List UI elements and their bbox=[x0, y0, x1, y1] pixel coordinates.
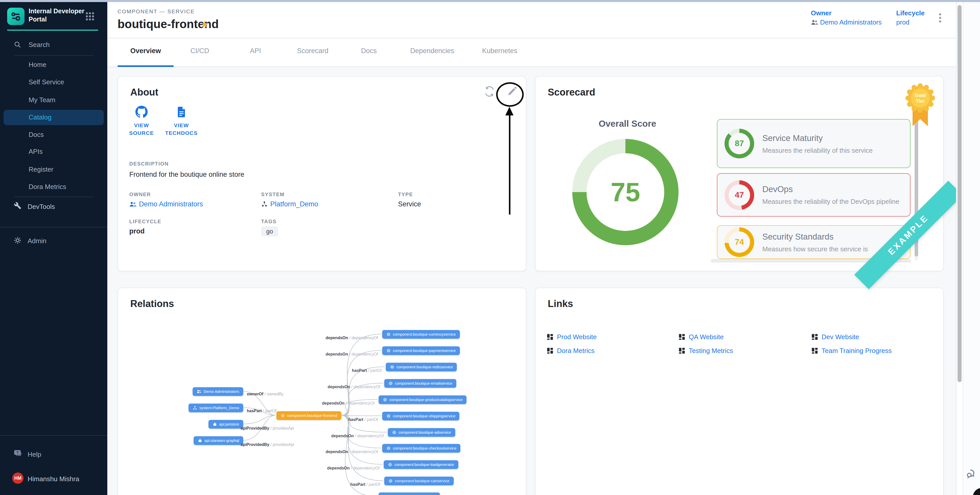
about-card: About VIEW SO bbox=[118, 76, 526, 271]
scorecard-scrollbar-thumb[interactable] bbox=[915, 110, 918, 256]
edge-label: dependsOn / dependencyOf bbox=[307, 434, 384, 438]
app-switcher-icon[interactable] bbox=[85, 11, 95, 24]
graph-node-item[interactable] bbox=[379, 492, 440, 495]
badge-line1: Gold bbox=[915, 93, 926, 98]
graph-edges bbox=[118, 288, 526, 495]
user-name[interactable]: Himanshu Mishra bbox=[28, 474, 79, 484]
graph-node-system-platform-demo[interactable]: system:Platform_Demo bbox=[189, 404, 243, 412]
lifecycle-field-value: prod bbox=[129, 227, 145, 235]
scorecard-hscrollbar-track[interactable] bbox=[711, 259, 911, 263]
graph-node-component-boutique-redisservice[interactable]: component:boutique-redisservice bbox=[386, 363, 457, 371]
sidebar-item-my-team[interactable]: My Team bbox=[29, 95, 56, 105]
gear-icon bbox=[14, 237, 21, 246]
view-techdocs-button[interactable]: VIEW TECHDOCS bbox=[162, 106, 201, 137]
dashboard-icon bbox=[811, 334, 818, 340]
owner-field-link[interactable]: Demo Administrators bbox=[129, 200, 203, 208]
graph-node-api-petstore[interactable]: api:petstore bbox=[208, 420, 243, 428]
tab-overview[interactable]: Overview bbox=[130, 47, 161, 55]
graph-node-component-boutique-paymentservice[interactable]: component:boutique-paymentservice bbox=[382, 346, 460, 355]
svg-text:?: ? bbox=[16, 450, 19, 455]
divider bbox=[0, 435, 107, 436]
dashboard-icon bbox=[811, 347, 818, 354]
page: Internal Developer Portal Search HomeSel… bbox=[0, 0, 980, 495]
page-scrollbar-thumb[interactable] bbox=[958, 5, 962, 382]
sidebar-item-register[interactable]: Register bbox=[29, 164, 53, 175]
active-item-highlight bbox=[3, 110, 104, 125]
graph-node-api-starwars-graphql[interactable]: api:starwars-graphql bbox=[194, 436, 243, 445]
github-icon bbox=[135, 106, 148, 118]
tab-api[interactable]: API bbox=[250, 47, 261, 55]
graph-node-component-boutique-productcatalogservice[interactable]: component:boutique-productcatalogservice bbox=[379, 395, 467, 404]
tab-ci-cd[interactable]: CI/CD bbox=[190, 47, 209, 55]
edge-label: dependsOn / dependencyOf bbox=[301, 352, 378, 357]
score-tile-name: DevOps bbox=[762, 185, 899, 194]
links-title: Links bbox=[548, 298, 573, 310]
sidebar-accent-line bbox=[7, 30, 98, 31]
edge-label: dependsOn / dependencyOf bbox=[298, 401, 374, 406]
score-tile-security-standards[interactable]: 74 Security Standards Measures how secur… bbox=[717, 225, 910, 259]
tab-dependencies[interactable]: Dependencies bbox=[410, 47, 455, 55]
favorite-star-icon[interactable]: ★ bbox=[200, 18, 209, 30]
tab-docs[interactable]: Docs bbox=[361, 47, 377, 55]
tab-scorecard[interactable]: Scorecard bbox=[297, 47, 328, 55]
system-field-label: SYSTEM bbox=[261, 191, 285, 197]
sidebar-item-dora-metrics[interactable]: Dora Metrics bbox=[29, 182, 66, 192]
page-scrollbar-track[interactable] bbox=[956, 0, 963, 495]
lifecycle-field-label: LIFECYCLE bbox=[129, 219, 161, 224]
sidebar-item-apis[interactable]: APIs bbox=[29, 146, 43, 157]
people-icon bbox=[129, 201, 137, 208]
score-tile-description: Measures how secure the service is bbox=[762, 245, 868, 253]
link-qa-website[interactable]: QA Website bbox=[679, 333, 724, 341]
score-tile-devops[interactable]: 47 DevOps Measures the reliability of th… bbox=[717, 173, 910, 216]
system-field-link[interactable]: Platform_Demo bbox=[261, 200, 318, 208]
owner-block: Owner Demo Administrators bbox=[811, 9, 881, 26]
tag-chip[interactable]: go bbox=[261, 226, 278, 237]
divider bbox=[14, 197, 93, 197]
chat-bubbles-icon[interactable] bbox=[966, 467, 978, 482]
link-team-training-progress[interactable]: Team Training Progress bbox=[811, 347, 892, 355]
view-source-button[interactable]: VIEW SOURCE bbox=[122, 106, 161, 137]
link-prod-website[interactable]: Prod Website bbox=[547, 333, 597, 341]
more-menu-icon[interactable] bbox=[936, 13, 944, 24]
link-dora-metrics[interactable]: Dora Metrics bbox=[547, 347, 595, 355]
graph-node-component-boutique-checkoutservice[interactable]: component:boutique-checkoutservice bbox=[382, 444, 461, 453]
sidebar-item-catalog[interactable]: Catalog bbox=[29, 112, 52, 123]
score-ring: 47 bbox=[724, 180, 754, 210]
annotation-circle bbox=[496, 82, 524, 107]
type-field-label: TYPE bbox=[398, 191, 413, 197]
graph-node-component-boutique-emailservice[interactable]: component:boutique-emailservice bbox=[384, 379, 456, 388]
sidebar-item-docs[interactable]: Docs bbox=[29, 130, 44, 140]
edge-label: hasPart / partOf bbox=[301, 417, 378, 422]
sidebar-item-help[interactable]: Help bbox=[28, 450, 41, 460]
breadcrumb: COMPONENT — SERVICE bbox=[118, 8, 195, 14]
user-avatar[interactable]: HM bbox=[12, 473, 24, 484]
search-icon bbox=[14, 41, 21, 51]
graph-node-component-boutique-shippingservice[interactable]: component:boutique-shippingservice bbox=[382, 412, 459, 420]
graph-node-component-boutique-currencyservice[interactable]: component:boutique-currencyservice bbox=[382, 330, 460, 339]
tab-kubernetes[interactable]: Kubernetes bbox=[482, 47, 517, 55]
sidebar-item-self-service[interactable]: Self Service bbox=[29, 77, 64, 88]
description-value: Frontend for the boutique online store bbox=[129, 170, 244, 178]
search-input[interactable]: Search bbox=[29, 40, 49, 50]
graph-node-demo-administrators[interactable]: Demo Administrators bbox=[193, 387, 243, 396]
lifecycle-block: Lifecycle prod bbox=[896, 9, 924, 26]
annotation-arrowhead bbox=[505, 107, 514, 115]
sidebar-item-admin[interactable]: Admin bbox=[28, 236, 46, 246]
annotation-arrow-line bbox=[509, 115, 511, 215]
edge-label: apiProvidedBy / providesApi bbox=[241, 426, 294, 431]
lifecycle-value: prod bbox=[896, 18, 910, 26]
score-tile-service-maturity[interactable]: 87 Service Maturity Measures the reliabi… bbox=[717, 119, 910, 168]
graph-node-component-boutique-loadgenerator[interactable]: component:boutique-loadgenerator bbox=[384, 460, 458, 469]
link-dev-website[interactable]: Dev Website bbox=[811, 333, 859, 341]
graph-node-component-boutique-adservice[interactable]: component:boutique-adservice bbox=[388, 428, 455, 437]
dashboard-icon bbox=[547, 334, 554, 340]
sidebar-item-home[interactable]: Home bbox=[29, 60, 46, 70]
relations-card: Relations component:boutique-frontendDem… bbox=[118, 288, 526, 495]
type-field-value: Service bbox=[398, 200, 421, 208]
sidebar-item-devtools[interactable]: DevTools bbox=[28, 202, 55, 212]
refresh-icon[interactable] bbox=[484, 86, 496, 98]
link-testing-metrics[interactable]: Testing Metrics bbox=[679, 347, 733, 355]
graph-node-component-boutique-cartservice[interactable]: component:boutique-cartservice bbox=[384, 477, 453, 485]
owner-link[interactable]: Demo Administrators bbox=[811, 18, 881, 26]
edge-label: ownerOf / ownedBy bbox=[247, 392, 283, 396]
